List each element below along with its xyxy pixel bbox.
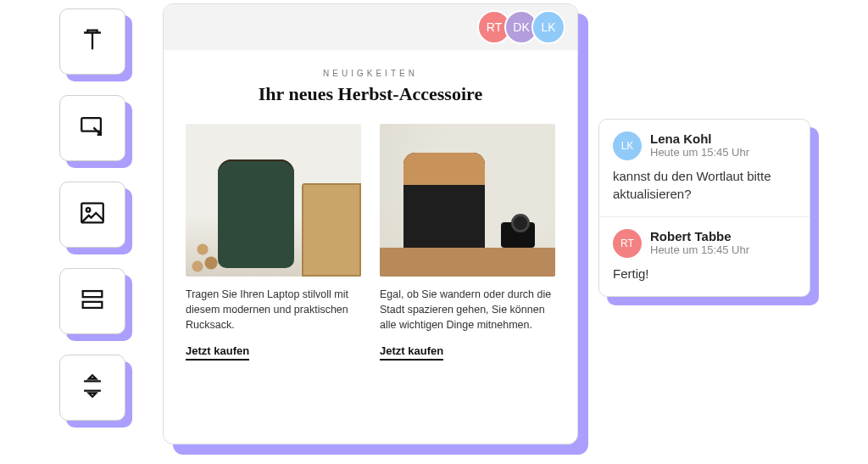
svg-rect-3 xyxy=(83,291,103,297)
avatar: RT xyxy=(613,229,642,258)
comment-body: Fertig! xyxy=(613,265,796,282)
product-description[interactable]: Egal, ob Sie wandern oder durch die Stad… xyxy=(380,287,555,333)
editor-panel: RT DK LK NEUIGKEITEN Ihr neues Herbst-Ac… xyxy=(163,3,578,444)
layout-icon xyxy=(78,285,107,317)
comment-author: Lena Kohl xyxy=(650,131,749,146)
svg-rect-0 xyxy=(81,118,101,131)
collaborator-avatars: RT DK LK xyxy=(484,10,565,44)
product-card: Tragen Sie Ihren Laptop stilvoll mit die… xyxy=(186,124,361,361)
avatar: LK xyxy=(613,131,642,160)
eyebrow-text[interactable]: NEUIGKEITEN xyxy=(186,69,555,78)
buy-link[interactable]: Jetzt kaufen xyxy=(380,344,443,361)
product-card: Egal, ob Sie wandern oder durch die Stad… xyxy=(380,124,555,361)
text-icon xyxy=(78,25,107,58)
product-description[interactable]: Tragen Sie Ihren Laptop stilvoll mit die… xyxy=(186,287,361,333)
image-icon xyxy=(78,198,107,231)
svg-point-2 xyxy=(86,208,91,212)
comment-author: Robert Tabbe xyxy=(650,229,749,243)
comment-item[interactable]: RT Robert Tabbe Heute um 15:45 Uhr Ferti… xyxy=(599,217,810,296)
buy-link[interactable]: Jetzt kaufen xyxy=(186,344,249,361)
editor-header: RT DK LK xyxy=(164,4,577,50)
product-image-green-backpack[interactable] xyxy=(186,124,361,277)
comment-time: Heute um 15:45 Uhr xyxy=(650,146,749,159)
comment-item[interactable]: LK Lena Kohl Heute um 15:45 Uhr kannst d… xyxy=(599,120,810,217)
editor-toolbar xyxy=(59,8,125,421)
button-tool-button[interactable] xyxy=(59,95,125,161)
comment-body: kannst du den Wortlaut bitte aktualisier… xyxy=(613,167,796,203)
product-row: Tragen Sie Ihren Laptop stilvoll mit die… xyxy=(186,124,555,361)
text-tool-button[interactable] xyxy=(59,8,125,75)
svg-rect-4 xyxy=(83,302,103,308)
avatar[interactable]: LK xyxy=(531,10,565,44)
comments-popover: LK Lena Kohl Heute um 15:45 Uhr kannst d… xyxy=(598,119,810,297)
image-tool-button[interactable] xyxy=(59,182,125,248)
layout-tool-button[interactable] xyxy=(59,268,125,334)
product-image-black-backpack[interactable] xyxy=(380,124,555,277)
spacer-icon xyxy=(78,372,107,404)
spacer-tool-button[interactable] xyxy=(59,355,125,421)
headline-text[interactable]: Ihr neues Herbst-Accessoire xyxy=(186,83,555,105)
email-content: NEUIGKEITEN Ihr neues Herbst-Accessoire … xyxy=(164,50,577,379)
cursor-icon xyxy=(78,112,107,144)
comment-time: Heute um 15:45 Uhr xyxy=(650,243,749,256)
